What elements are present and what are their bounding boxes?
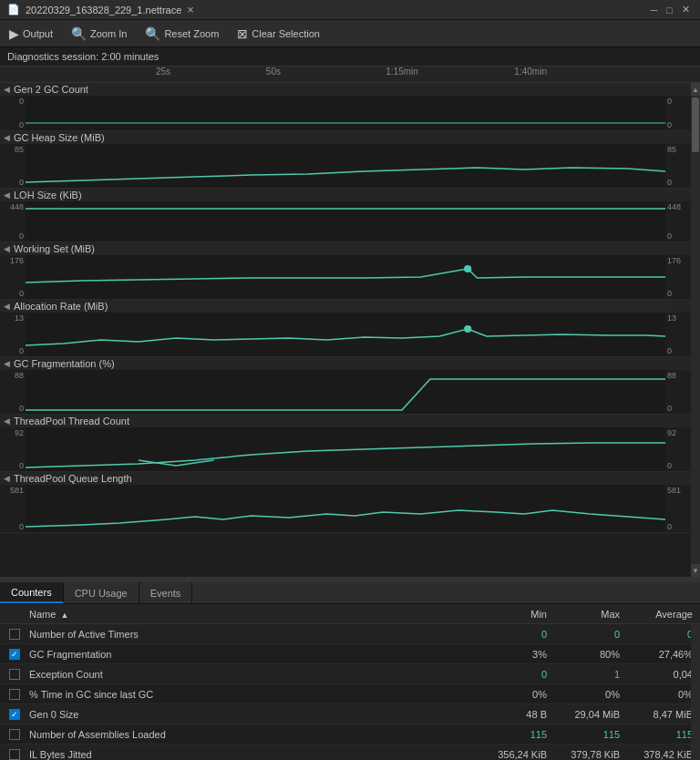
- row3-checkbox[interactable]: [4, 689, 26, 700]
- scroll-down-arrow[interactable]: ▼: [691, 564, 700, 577]
- maximize-button[interactable]: □: [664, 4, 675, 16]
- collapse-arrow-gen2gc[interactable]: ◀: [4, 85, 10, 94]
- canvas-tpqueue[interactable]: [26, 485, 665, 532]
- canvas-workingset[interactable]: [26, 255, 665, 299]
- cb-3[interactable]: [9, 689, 20, 700]
- chart-header-tpthread: ◀ ThreadPool Thread Count: [0, 415, 700, 427]
- y-max-allocrate: 13: [2, 313, 24, 323]
- collapse-arrow-loh[interactable]: ◀: [4, 190, 10, 200]
- row5-name: Number of Assemblies Loaded: [26, 729, 478, 740]
- y-max-right-gcfrag: 88: [667, 371, 689, 380]
- scroll-thumb[interactable]: [692, 98, 699, 152]
- row4-avg: 8,47 MiB: [623, 709, 696, 720]
- collapse-arrow-allocrate[interactable]: ◀: [4, 302, 10, 311]
- row3-name: % Time in GC since last GC: [26, 689, 478, 700]
- row1-checkbox[interactable]: [4, 649, 26, 660]
- time-marker-2: 50s: [266, 67, 281, 77]
- collapse-arrow-tpqueue[interactable]: ◀: [4, 474, 10, 483]
- session-info: Diagnostics session: 2:00 minutes: [0, 47, 700, 67]
- canvas-gcheap[interactable]: [26, 144, 665, 188]
- bottom-tabs: Counters CPU Usage Events: [0, 582, 700, 604]
- row4-checkbox[interactable]: [4, 709, 26, 720]
- output-button[interactable]: ▶ Output: [5, 25, 57, 43]
- reset-zoom-button[interactable]: 🔍 Reset Zoom: [141, 25, 222, 43]
- cb-4[interactable]: [9, 709, 20, 720]
- cb-6[interactable]: [9, 749, 20, 760]
- row0-checkbox[interactable]: [4, 629, 26, 640]
- zoom-in-button[interactable]: 🔍 Zoom In: [67, 25, 130, 43]
- chart-row-gcheap: ◀ GC Heap Size (MiB) 85 0 85 0: [0, 131, 700, 189]
- table-row: % Time in GC since last GC 0% 0% 0%: [0, 684, 700, 704]
- y-max-right-gcheap: 85: [667, 145, 689, 154]
- title-bar: 📄 20220329_163828_229_1.nettrace × ─ □ ✕: [0, 0, 700, 20]
- y-right-tpthread: 92 0: [665, 427, 691, 471]
- row6-checkbox[interactable]: [4, 749, 26, 760]
- y-max-workingset: 176: [2, 256, 24, 265]
- y-min-gcheap: 0: [2, 178, 24, 187]
- y-max-loh: 448: [2, 202, 24, 211]
- scroll-up-arrow[interactable]: ▲: [691, 83, 700, 96]
- chart-title-tpthread: ThreadPool Thread Count: [14, 416, 129, 426]
- svg-point-2: [464, 265, 471, 272]
- cb-0[interactable]: [9, 629, 20, 640]
- chart-header-gcheap: ◀ GC Heap Size (MiB): [0, 131, 700, 144]
- y-min-right-gcheap: 0: [667, 178, 689, 187]
- canvas-gcfrag[interactable]: [26, 370, 665, 414]
- y-right-tpqueue: 581 0: [665, 485, 691, 532]
- y-min-workingset: 0: [2, 289, 24, 298]
- window-close-button[interactable]: ✕: [679, 3, 693, 16]
- y-min-right-tpthread: 0: [667, 461, 689, 470]
- time-ruler: 25s 50s 1:15min 1:40min: [0, 67, 700, 83]
- row2-checkbox[interactable]: [4, 669, 26, 680]
- cb-2[interactable]: [9, 669, 20, 680]
- collapse-arrow-gcfrag[interactable]: ◀: [4, 359, 10, 368]
- tab-counters[interactable]: Counters: [0, 582, 64, 603]
- canvas-loh[interactable]: [26, 201, 665, 241]
- close-icon[interactable]: ×: [187, 3, 194, 16]
- y-right-gcfrag: 88 0: [665, 370, 691, 414]
- th-name-label: Name: [29, 609, 56, 620]
- right-scrollbar[interactable]: ▲ ▼: [691, 83, 700, 577]
- canvas-allocrate[interactable]: [26, 313, 665, 356]
- th-min-label: Min: [530, 609, 547, 620]
- toolbar: ▶ Output 🔍 Zoom In 🔍 Reset Zoom ⊠ Clear …: [0, 20, 700, 47]
- y-max-right-gen2gc: 0: [667, 97, 689, 106]
- file-icon: 📄: [7, 4, 20, 15]
- clear-selection-button[interactable]: ⊠ Clear Selection: [233, 25, 324, 43]
- row3-min: 0%: [478, 689, 551, 700]
- th-name[interactable]: Name ▲: [26, 609, 478, 620]
- chart-header-allocrate: ◀ Allocation Rate (MiB): [0, 300, 700, 313]
- canvas-gen2gc[interactable]: [26, 96, 665, 130]
- clear-selection-label: Clear Selection: [252, 28, 320, 39]
- collapse-arrow-workingset[interactable]: ◀: [4, 244, 10, 253]
- row0-name: Number of Active Timers: [26, 629, 478, 640]
- chart-row-tpqueue: ◀ ThreadPool Queue Length 581 0 581 0: [0, 472, 700, 533]
- tab-cpu-usage[interactable]: CPU Usage: [64, 582, 139, 603]
- y-right-workingset: 176 0: [665, 255, 691, 299]
- minimize-button[interactable]: ─: [648, 4, 661, 16]
- y-max-right-workingset: 176: [667, 256, 689, 265]
- canvas-tpthread[interactable]: [26, 427, 665, 471]
- row5-avg: 115: [623, 729, 696, 740]
- chart-header-gcfrag: ◀ GC Fragmentation (%): [0, 357, 700, 370]
- row6-avg: 378,42 KiB: [623, 749, 696, 760]
- collapse-arrow-gcheap[interactable]: ◀: [4, 133, 10, 142]
- row5-checkbox[interactable]: [4, 729, 26, 740]
- row2-min: 0: [478, 669, 551, 680]
- table-scrollbar[interactable]: ▲ ▼: [691, 604, 700, 760]
- row1-avg: 27,46%: [623, 649, 696, 660]
- row4-min: 48 B: [478, 709, 551, 720]
- collapse-arrow-tpthread[interactable]: ◀: [4, 416, 10, 426]
- chart-header-tpqueue: ◀ ThreadPool Queue Length: [0, 472, 700, 485]
- y-left-tpqueue: 581 0: [0, 485, 26, 532]
- y-left-gcheap: 85 0: [0, 144, 26, 188]
- chart-header-workingset: ◀ Working Set (MiB): [0, 242, 700, 255]
- table-row: Number of Assemblies Loaded 115 115 115: [0, 724, 700, 745]
- cb-1[interactable]: [9, 649, 20, 660]
- row6-name: IL Bytes Jitted: [26, 749, 478, 760]
- y-min-loh: 0: [2, 231, 24, 241]
- th-average-label: Average: [655, 609, 693, 620]
- cb-5[interactable]: [9, 729, 20, 740]
- tab-events[interactable]: Events: [139, 582, 193, 603]
- output-icon: ▶: [9, 26, 19, 41]
